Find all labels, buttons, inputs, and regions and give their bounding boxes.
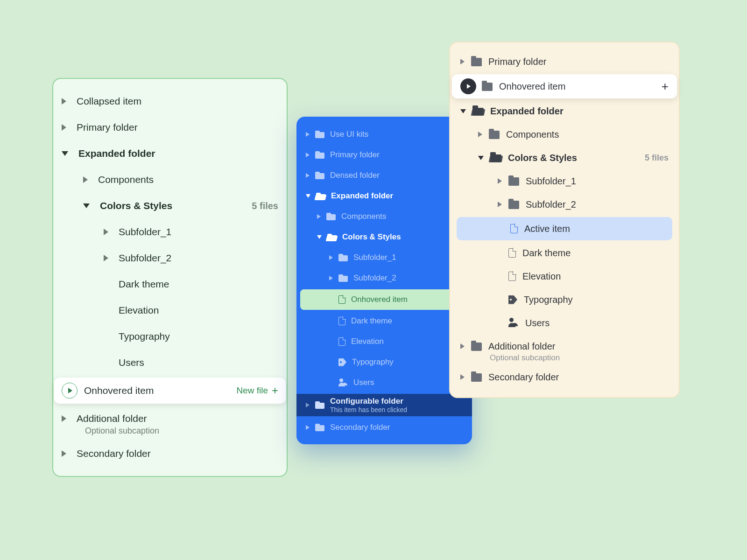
tree-item-dark-theme[interactable]: Dark theme <box>57 271 283 297</box>
tree-item-label: Typography <box>119 331 170 342</box>
chevron-right-icon <box>478 132 482 137</box>
file-icon <box>338 295 345 304</box>
file-count: 5 files <box>645 153 669 163</box>
tree-item-label: Densed folder <box>330 171 380 180</box>
tree-item-components[interactable]: Components <box>455 123 674 146</box>
tree-item-label: Configurable folder <box>330 397 403 406</box>
chevron-right-icon <box>460 374 465 380</box>
tree-item-subfolder-2[interactable]: Subfolder_2 <box>57 245 283 271</box>
tree-item-ui-kits[interactable]: Use UI kits <box>300 124 468 145</box>
expand-button[interactable] <box>62 383 78 399</box>
tree-item-colors-styles[interactable]: Colors & Styles 5 files <box>455 146 674 169</box>
tree-item-label: Elevation <box>351 337 384 346</box>
tree-item-dark-theme[interactable]: Dark theme <box>300 311 468 331</box>
expand-button[interactable] <box>460 78 476 94</box>
chevron-right-icon <box>306 403 310 407</box>
tree-item-label: Secondary folder <box>330 423 390 432</box>
tree-item-components[interactable]: Components <box>57 167 283 193</box>
chevron-down-icon <box>460 109 466 113</box>
tree-item-label: Components <box>341 212 386 221</box>
tree-item-densed[interactable]: Densed folder <box>300 165 468 186</box>
tree-item-expanded[interactable]: Expanded folder <box>300 186 468 206</box>
chevron-right-icon <box>83 176 88 183</box>
tree-item-onhovered[interactable]: Onhovered item <box>300 289 468 310</box>
folder-icon <box>508 177 519 186</box>
tree-panel-green: Collapsed item Primary folder Expanded f… <box>52 78 288 477</box>
tree-item-secondary[interactable]: Secondary folder <box>57 441 283 467</box>
tree-item-configurable[interactable]: Configurable folder This item has been c… <box>296 394 472 416</box>
tree-item-collapsed[interactable]: Collapsed item <box>57 88 283 114</box>
tree-item-secondary[interactable]: Secondary folder <box>455 365 674 389</box>
tree-item-label: Components <box>506 129 559 140</box>
tree-item-active[interactable]: Active item <box>457 217 672 240</box>
tree-item-subfolder-2[interactable]: Subfolder_2 <box>455 193 674 216</box>
tree-item-colors-styles[interactable]: Colors & Styles <box>300 227 468 247</box>
tree-item-label: Expanded folder <box>78 148 155 159</box>
chevron-right-icon <box>306 425 310 430</box>
tree-item-components[interactable]: Components <box>300 206 468 227</box>
tree-item-subcaption: Optional subcaption <box>455 353 674 363</box>
tree-item-label: Elevation <box>119 305 159 316</box>
chevron-right-icon <box>306 173 310 178</box>
tree-item-colors-styles[interactable]: Colors & Styles 5 files <box>57 193 283 219</box>
tree-item-subfolder-1[interactable]: Subfolder_1 <box>57 219 283 245</box>
folder-open-icon <box>472 107 484 115</box>
tree-item-dark-theme[interactable]: Dark theme <box>455 241 674 265</box>
tree-item-secondary[interactable]: Secondary folder <box>300 417 468 438</box>
tree-item-label: Subfolder_2 <box>353 273 396 283</box>
tree-item-subcaption: Optional subcaption <box>57 426 283 436</box>
folder-icon <box>338 254 348 261</box>
folder-icon <box>489 131 500 139</box>
tree-item-subcaption: This item has been clicked <box>330 406 407 413</box>
tree-item-label: Expanded folder <box>490 106 564 117</box>
users-icon <box>508 319 519 327</box>
tree-item-elevation[interactable]: Elevation <box>455 265 674 288</box>
tree-item-users[interactable]: Users <box>57 350 283 376</box>
tree-item-label: Onhovered item <box>499 81 565 92</box>
tree-item-label: Components <box>98 174 154 185</box>
plus-icon[interactable]: + <box>662 80 669 92</box>
tree-item-label: Subfolder_2 <box>119 252 171 264</box>
tree-item-subfolder-2[interactable]: Subfolder_2 <box>300 268 468 288</box>
tree-item-label: Secondary folder <box>77 448 151 459</box>
tree-item-label: Primary folder <box>77 122 138 133</box>
tree-item-onhovered[interactable]: Onhovered item + <box>452 74 677 98</box>
new-file-action[interactable]: New file + <box>236 384 278 397</box>
tree-panel-cream: Primary folder Onhovered item + Expanded… <box>449 42 680 398</box>
tree-item-primary[interactable]: Primary folder <box>300 145 468 165</box>
folder-icon <box>471 58 482 66</box>
users-icon <box>338 379 348 386</box>
tree-item-label: Expanded folder <box>331 191 393 201</box>
folder-icon <box>471 343 482 351</box>
tree-item-elevation[interactable]: Elevation <box>57 297 283 323</box>
tree-item-label: Secondary folder <box>488 372 559 383</box>
tree-item-label: Subfolder_1 <box>119 226 171 238</box>
tree-item-content: Configurable folder This item has been c… <box>330 397 407 413</box>
chevron-down-icon <box>62 151 68 156</box>
tree-item-users[interactable]: Users <box>455 311 674 335</box>
tree-item-label: Additional folder <box>77 413 147 424</box>
tree-item-primary[interactable]: Primary folder <box>455 50 674 73</box>
chevron-right-icon <box>62 124 66 131</box>
tree-item-expanded[interactable]: Expanded folder <box>455 99 674 123</box>
file-icon <box>338 337 345 346</box>
tree-item-expanded[interactable]: Expanded folder <box>57 140 283 167</box>
tree-item-label: Typography <box>524 294 573 305</box>
chevron-right-icon <box>317 214 321 219</box>
tree-item-typography[interactable]: Typography <box>57 323 283 350</box>
file-icon <box>338 317 345 325</box>
tree-item-elevation[interactable]: Elevation <box>300 331 468 352</box>
tree-item-typography[interactable]: Typography <box>300 352 468 372</box>
tree-item-label: Colors & Styles <box>508 153 577 163</box>
tree-item-label: Use UI kits <box>330 130 368 139</box>
folder-icon <box>338 274 348 282</box>
tree-item-label: Colors & Styles <box>342 232 401 242</box>
tree-item-onhovered[interactable]: Onhovered item New file + <box>54 378 286 404</box>
tree-item-typography[interactable]: Typography <box>455 288 674 311</box>
tree-item-subfolder-1[interactable]: Subfolder_1 <box>300 247 468 268</box>
tree-item-users[interactable]: Users <box>300 372 468 393</box>
chevron-right-icon <box>62 415 66 422</box>
tree-item-subfolder-1[interactable]: Subfolder_1 <box>455 169 674 193</box>
chevron-right-icon <box>62 98 66 105</box>
tree-item-primary[interactable]: Primary folder <box>57 114 283 140</box>
